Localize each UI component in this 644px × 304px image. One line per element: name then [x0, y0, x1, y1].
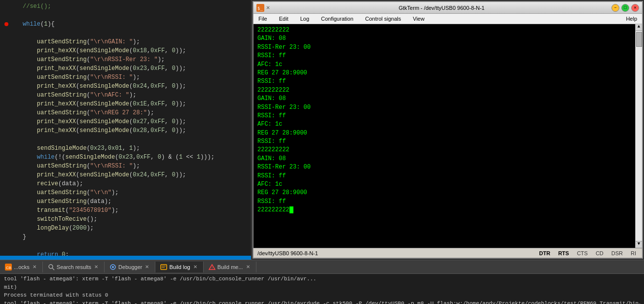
- gtkterm-status-flags: DTR RTS CTS CD DSR RI: [537, 250, 638, 257]
- bottom-log-content: tool 'flash - atmega8': xterm -T 'flash …: [0, 274, 644, 304]
- code-line: while(1){: [0, 20, 251, 29]
- svg-point-4: [49, 265, 53, 269]
- tab-build-log-close[interactable]: ✕: [192, 264, 198, 270]
- gtkterm-port-status: /dev/ttyUSB0 9600-8-N-1: [257, 250, 537, 256]
- gtkterm-terminal[interactable]: 222222222 GAIN: 08 RSSI-Rer 23: 00 RSSI:…: [253, 24, 635, 248]
- tab-search-results-label: Search results: [57, 264, 91, 270]
- scroll-down-button[interactable]: ▼: [636, 241, 642, 248]
- code-line: print_hexXX(sendSingleMode(0x1E,0xFF, 0)…: [0, 100, 251, 108]
- gutter-mark: [4, 241, 9, 250]
- gutter-mark: [4, 135, 9, 144]
- gtkterm-window-close-icon[interactable]: ✕: [266, 4, 270, 11]
- breakpoint-marker: [4, 22, 8, 26]
- code-text: print_hexXX(sendSingleMode(0x24,0xFF, 0)…: [23, 82, 186, 91]
- gutter-mark: [4, 64, 9, 73]
- svg-text:!: !: [212, 266, 213, 270]
- tab-debugger-label: Debugger: [118, 264, 142, 270]
- tab-debugger[interactable]: Debugger ✕: [105, 262, 155, 272]
- menu-help[interactable]: Help: [623, 15, 640, 23]
- gutter-mark: [4, 179, 9, 188]
- code-text: sendSingleMode(0x23,0x01, 1);: [23, 144, 140, 153]
- code-text: }: [23, 233, 26, 241]
- term-line: 222222222: [257, 146, 631, 154]
- gutter-mark: [4, 82, 9, 91]
- code-text: uartSendString("\r\nRSSI: ");: [23, 162, 140, 170]
- code-text: uartSendString("\r\nRSSI: ");: [23, 73, 140, 82]
- svg-point-7: [112, 266, 114, 268]
- code-line: print_hexXX(sendSingleMode(0x23,0xFF, 0)…: [0, 64, 251, 73]
- scroll-up-button[interactable]: ▲: [636, 24, 642, 31]
- term-line: RSSI: ff: [257, 112, 631, 120]
- tab-debugger-close[interactable]: ✕: [144, 264, 150, 270]
- line-number: [9, 170, 19, 179]
- code-line: }: [0, 233, 251, 241]
- menu-control-signals[interactable]: Control signals: [362, 15, 404, 23]
- gtkterm-maximize-button[interactable]: □: [621, 4, 629, 12]
- menu-view[interactable]: View: [410, 15, 428, 23]
- gtkterm-statusbar: /dev/ttyUSB0 9600-8-N-1 DTR RTS CTS CD D…: [253, 248, 642, 258]
- line-number: [9, 153, 19, 162]
- code-line: switchToRecive();: [0, 215, 251, 224]
- tab-search-results[interactable]: Search results ✕: [43, 262, 105, 272]
- menu-edit[interactable]: Edit: [276, 15, 291, 23]
- line-number: [9, 215, 19, 224]
- svg-text:CB: CB: [6, 266, 11, 270]
- tab-search-results-close[interactable]: ✕: [93, 264, 99, 270]
- code-line: [0, 135, 251, 144]
- gtkterm-window: $_ ✕ GtkTerm - /dev/ttyUSB0 9600-8-N-1 –…: [252, 1, 643, 259]
- code-editor-panel: //sei(); while(1){: [0, 0, 251, 260]
- code-line: longDelay(2000);: [0, 224, 251, 233]
- gtkterm-scrollbar[interactable]: ▲ ▼: [635, 24, 642, 248]
- line-number: [9, 20, 19, 29]
- menu-log[interactable]: Log: [297, 15, 312, 23]
- gtkterm-titlebar: $_ ✕ GtkTerm - /dev/ttyUSB0 9600-8-N-1 –…: [253, 2, 642, 14]
- line-number: [9, 233, 19, 241]
- line-number: [9, 73, 19, 82]
- code-line: print_hexXX(sendSingleMode(0x24,0xFF, 0)…: [0, 82, 251, 91]
- term-line: REG 27 28:9000: [257, 129, 631, 137]
- menu-configuration[interactable]: Configuration: [318, 15, 356, 23]
- line-number: [9, 197, 19, 206]
- terminal-cursor: [289, 206, 293, 213]
- code-text: uartSendString("\r\nRSSI-Rer 23: ");: [23, 55, 165, 64]
- code-line: //sei();: [0, 2, 251, 11]
- tab-codeblocks[interactable]: CB ...ocks ✕: [0, 262, 43, 272]
- log-line-3: Process terminated with status 0: [4, 291, 640, 300]
- term-line: RSSI: ff: [257, 198, 631, 206]
- gutter-mark: [4, 55, 9, 64]
- code-line: uartSendString("\r\nRSSI: ");: [0, 162, 251, 170]
- line-number: [9, 179, 19, 188]
- code-text: print_hexXX(sendSingleMode(0x1E,0xFF, 0)…: [23, 100, 186, 108]
- term-line: GAIN: 08: [257, 95, 631, 103]
- gutter-mark: [4, 250, 9, 256]
- term-line: GAIN: 08: [257, 155, 631, 163]
- gtkterm-minimize-button[interactable]: –: [611, 4, 619, 12]
- tab-codeblocks-close[interactable]: ✕: [32, 264, 37, 270]
- tab-build-messages[interactable]: ! Build me... ✕: [204, 262, 256, 272]
- flag-dsr: DSR: [609, 250, 625, 257]
- line-number: [9, 55, 19, 64]
- line-number: [9, 91, 19, 100]
- term-line: 222222222: [257, 206, 631, 214]
- gtkterm-close-button[interactable]: ✕: [631, 4, 639, 12]
- gutter-mark: [4, 46, 9, 55]
- gutter-mark: [4, 233, 9, 241]
- scroll-thumb[interactable]: [636, 32, 642, 47]
- line-number: [9, 162, 19, 170]
- tab-build-log[interactable]: Build log ✕: [155, 262, 203, 272]
- menu-file[interactable]: File: [255, 15, 270, 23]
- svg-rect-8: [161, 265, 167, 270]
- search-icon: [48, 264, 55, 270]
- gutter-mark: [4, 100, 9, 108]
- line-number: [9, 46, 19, 55]
- code-text: transmit("2345678910");: [23, 206, 118, 215]
- line-number: [9, 100, 19, 108]
- line-number: [9, 135, 19, 144]
- term-line: RSSI: ff: [257, 137, 631, 146]
- gutter-mark: [4, 20, 9, 29]
- gutter-mark: [4, 153, 9, 162]
- tab-build-messages-label: Build me...: [217, 264, 243, 270]
- tab-build-messages-close[interactable]: ✕: [245, 264, 251, 270]
- gtkterm-app-icon: $_: [256, 4, 264, 12]
- line-number: [9, 126, 19, 135]
